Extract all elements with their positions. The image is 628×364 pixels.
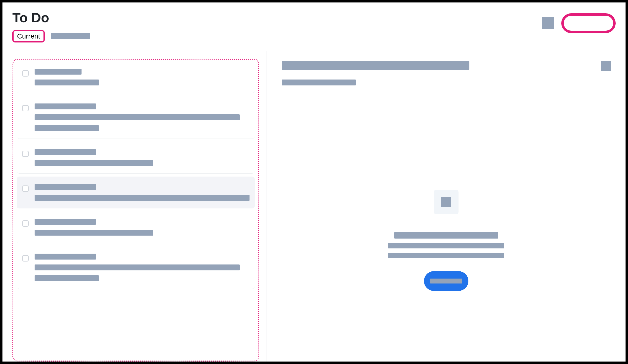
detail-title-block <box>282 61 470 85</box>
task-checkbox[interactable] <box>22 185 29 192</box>
task-description-line <box>35 79 99 85</box>
task-description-line <box>35 230 153 236</box>
header-primary-button[interactable] <box>561 13 616 33</box>
task-list-highlight <box>12 59 259 362</box>
task-list <box>13 60 258 291</box>
empty-state-text <box>388 232 504 258</box>
task-row[interactable] <box>17 61 255 93</box>
empty-state-action-button[interactable] <box>424 271 469 291</box>
task-title <box>35 149 96 155</box>
task-checkbox[interactable] <box>22 105 29 111</box>
task-row[interactable] <box>17 177 255 209</box>
tab-current[interactable]: Current <box>12 30 45 42</box>
document-icon <box>441 197 451 207</box>
detail-title <box>282 61 470 70</box>
task-list-panel <box>2 51 267 362</box>
task-checkbox[interactable] <box>22 70 29 76</box>
task-title <box>35 103 96 109</box>
task-description-line <box>35 125 99 131</box>
task-checkbox[interactable] <box>22 151 29 157</box>
task-content <box>35 219 247 236</box>
task-title <box>35 184 96 190</box>
empty-state-action-label <box>430 279 462 284</box>
header-square-button[interactable] <box>542 17 554 29</box>
task-description-line <box>35 265 240 270</box>
task-description-line <box>35 160 153 166</box>
task-content <box>35 184 249 201</box>
task-content <box>35 69 247 85</box>
empty-state-icon <box>434 190 459 214</box>
task-description-line <box>35 275 99 281</box>
detail-subtitle <box>282 79 470 85</box>
tabs: Current <box>12 30 616 42</box>
task-description-line <box>35 114 240 120</box>
task-content <box>35 103 247 131</box>
task-row[interactable] <box>17 211 255 243</box>
empty-state <box>267 190 626 291</box>
detail-header <box>282 61 611 85</box>
task-content <box>35 149 247 166</box>
detail-action-icon[interactable] <box>601 61 611 71</box>
task-title <box>35 69 81 74</box>
task-row[interactable] <box>17 142 255 174</box>
task-detail-panel <box>267 51 626 362</box>
task-title <box>35 219 96 225</box>
task-row[interactable] <box>17 246 255 289</box>
task-checkbox[interactable] <box>22 220 29 227</box>
task-description-line <box>35 195 249 201</box>
task-row[interactable] <box>17 96 255 139</box>
task-checkbox[interactable] <box>22 255 29 262</box>
header-actions <box>542 13 616 33</box>
header: To Do Current <box>2 2 626 51</box>
body <box>2 51 626 362</box>
task-title <box>35 254 96 260</box>
task-content <box>35 254 247 281</box>
tab-secondary[interactable] <box>51 33 90 39</box>
page-title: To Do <box>12 10 616 25</box>
